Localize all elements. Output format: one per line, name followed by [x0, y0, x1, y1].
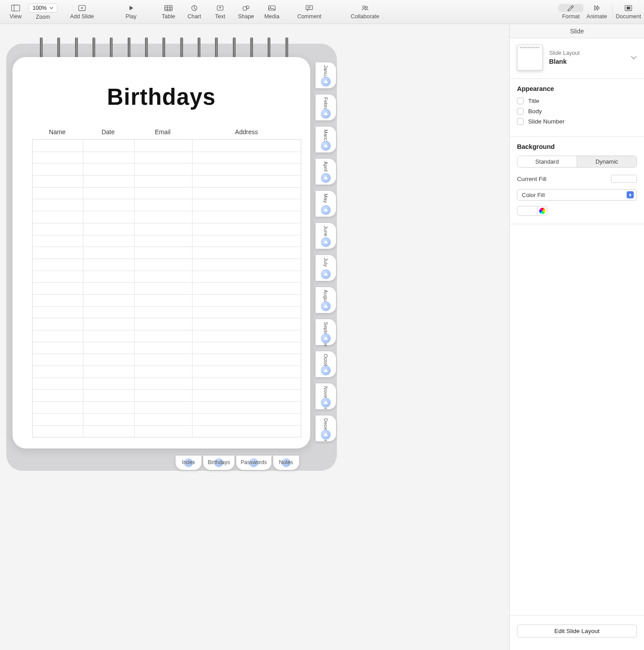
current-fill-swatch[interactable]: [611, 175, 637, 183]
month-tab-december[interactable]: December: [316, 416, 336, 441]
table-cell[interactable]: [83, 152, 134, 164]
table-cell[interactable]: [33, 259, 83, 271]
table-row[interactable]: [33, 342, 301, 354]
table-cell[interactable]: [83, 342, 134, 354]
table-cell[interactable]: [134, 390, 192, 401]
section-tab-index[interactable]: Index: [176, 456, 201, 470]
table-row[interactable]: [33, 378, 301, 390]
table-row[interactable]: [33, 306, 301, 318]
table-cell[interactable]: [33, 366, 83, 378]
table-row[interactable]: [33, 163, 301, 175]
table-cell[interactable]: [83, 426, 134, 437]
table-cell[interactable]: [134, 211, 192, 223]
table-cell[interactable]: [83, 235, 134, 247]
animate-button[interactable]: Animate: [584, 0, 610, 24]
month-tab-january[interactable]: January: [316, 62, 336, 88]
table-row[interactable]: [33, 389, 301, 401]
checkbox-icon[interactable]: [517, 118, 524, 125]
collaborate-button[interactable]: Collaborate: [334, 0, 396, 24]
table-cell[interactable]: [192, 259, 301, 271]
table-cell[interactable]: [134, 318, 192, 330]
table-cell[interactable]: [33, 342, 83, 354]
zoom-button[interactable]: 100% Zoom: [29, 0, 57, 24]
table-cell[interactable]: [192, 426, 301, 437]
table-cell[interactable]: [134, 342, 192, 354]
table-cell[interactable]: [134, 140, 192, 152]
table-cell[interactable]: [33, 426, 83, 437]
table-cell[interactable]: [83, 271, 134, 283]
table-row[interactable]: [33, 354, 301, 366]
edit-slide-layout-button[interactable]: Edit Slide Layout: [517, 625, 637, 638]
table-cell[interactable]: [33, 235, 83, 247]
table-cell[interactable]: [134, 199, 192, 211]
month-tab-october[interactable]: October: [316, 351, 336, 377]
table-cell[interactable]: [134, 330, 192, 342]
table-cell[interactable]: [192, 307, 301, 318]
table-cell[interactable]: [83, 295, 134, 306]
table-cell[interactable]: [192, 188, 301, 199]
table-row[interactable]: [33, 199, 301, 211]
table-row[interactable]: [33, 282, 301, 294]
table-cell[interactable]: [134, 223, 192, 235]
table-cell[interactable]: [192, 414, 301, 425]
table-cell[interactable]: [33, 414, 83, 425]
table-row[interactable]: [33, 211, 301, 223]
table-cell[interactable]: [192, 152, 301, 164]
table-row[interactable]: [33, 401, 301, 413]
table-cell[interactable]: [83, 330, 134, 342]
table-cell[interactable]: [134, 402, 192, 413]
table-cell[interactable]: [192, 295, 301, 306]
table-cell[interactable]: [134, 283, 192, 294]
table-row[interactable]: [33, 330, 301, 342]
table-row[interactable]: [33, 247, 301, 259]
shape-button[interactable]: Shape: [233, 0, 259, 24]
seg-standard[interactable]: Standard: [517, 156, 577, 167]
table-cell[interactable]: [83, 211, 134, 223]
month-tab-august[interactable]: August: [316, 287, 336, 313]
table-cell[interactable]: [134, 188, 192, 199]
comment-button[interactable]: Comment: [285, 0, 334, 24]
table-cell[interactable]: [192, 283, 301, 294]
table-cell[interactable]: [33, 390, 83, 401]
table-cell[interactable]: [192, 271, 301, 283]
add-slide-button[interactable]: Add Slide: [57, 0, 107, 24]
table-cell[interactable]: [192, 330, 301, 342]
table-cell[interactable]: [33, 140, 83, 152]
table-cell[interactable]: [83, 366, 134, 378]
month-tab-november[interactable]: November: [316, 383, 336, 409]
table-cell[interactable]: [83, 188, 134, 199]
chart-button[interactable]: Chart: [181, 0, 207, 24]
table-cell[interactable]: [83, 378, 134, 390]
table-cell[interactable]: [192, 354, 301, 366]
table-cell[interactable]: [83, 199, 134, 211]
checkbox-icon[interactable]: [517, 108, 524, 115]
month-tab-april[interactable]: April: [316, 159, 336, 185]
table-cell[interactable]: [192, 211, 301, 223]
table-row[interactable]: [33, 187, 301, 199]
document-button[interactable]: Document: [615, 0, 641, 24]
table-cell[interactable]: [33, 199, 83, 211]
format-button[interactable]: Format: [558, 0, 584, 24]
media-button[interactable]: Media: [259, 0, 285, 24]
table-cell[interactable]: [33, 247, 83, 259]
table-cell[interactable]: [83, 283, 134, 294]
view-button[interactable]: View: [3, 0, 29, 24]
table-cell[interactable]: [83, 354, 134, 366]
month-tab-march[interactable]: March: [316, 127, 336, 152]
table-cell[interactable]: [83, 164, 134, 175]
table-button[interactable]: Table: [156, 0, 181, 24]
seg-dynamic[interactable]: Dynamic: [577, 156, 636, 167]
table-row[interactable]: [33, 425, 301, 437]
table-cell[interactable]: [33, 307, 83, 318]
section-tab-notes[interactable]: Notes: [273, 456, 299, 470]
table-cell[interactable]: [83, 247, 134, 259]
table-cell[interactable]: [192, 223, 301, 235]
table-cell[interactable]: [192, 176, 301, 187]
table-cell[interactable]: [33, 211, 83, 223]
table-cell[interactable]: [33, 152, 83, 164]
table-cell[interactable]: [83, 223, 134, 235]
table-cell[interactable]: [192, 164, 301, 175]
table-cell[interactable]: [192, 342, 301, 354]
table-cell[interactable]: [134, 235, 192, 247]
table-cell[interactable]: [192, 378, 301, 390]
